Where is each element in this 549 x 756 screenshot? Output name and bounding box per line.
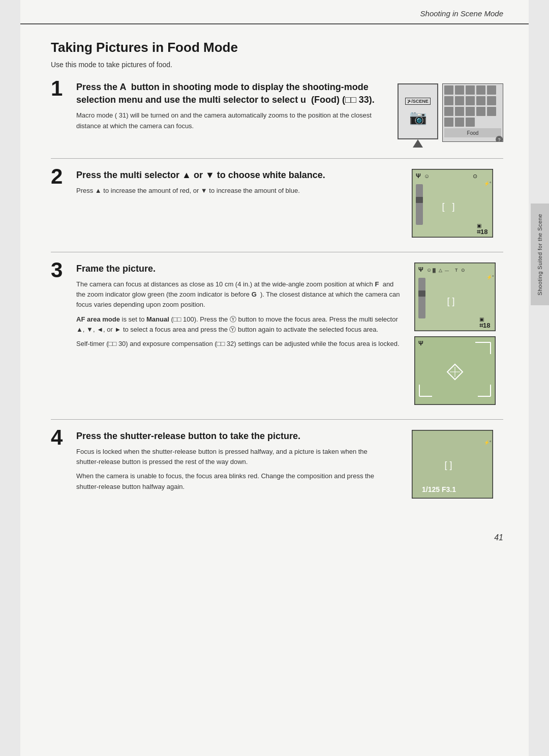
- header-title: Shooting in Scene Mode: [420, 9, 503, 18]
- svg-text:[  ]: [ ]: [447, 296, 454, 306]
- mode-selector-container: ⊁/SCENE 📷: [398, 83, 503, 144]
- svg-rect-10: [487, 96, 496, 105]
- svg-rect-29: [416, 197, 423, 203]
- svg-rect-1: [444, 85, 453, 95]
- step-1-image: ⊁/SCENE 📷: [398, 81, 503, 144]
- scene-label: ⊁/SCENE: [405, 98, 431, 105]
- svg-text:[   ]: [ ]: [442, 201, 454, 212]
- svg-rect-28: [416, 184, 423, 225]
- step-4: 4 Press the shutter-release button to ta…: [51, 430, 503, 499]
- svg-rect-13: [466, 107, 475, 116]
- main-content: Taking Pictures in Food Mode Use this mo…: [20, 24, 529, 528]
- step-1: 1 Press the A button in shooting mode to…: [51, 81, 503, 144]
- svg-text:☺: ☺: [424, 173, 430, 179]
- svg-rect-15: [487, 107, 496, 116]
- step-4-lcd: ⚡° [ ] 1/125 F3.1: [412, 430, 493, 499]
- side-tab-label: Shooting Suited for the Scene: [537, 214, 543, 296]
- camera-icon: 📷: [409, 109, 427, 126]
- mode-grid-svg: Food ?: [442, 83, 503, 142]
- svg-rect-12: [455, 107, 464, 116]
- svg-text:—: —: [445, 268, 449, 273]
- step-1-heading: Press the A button in shooting mode to d…: [76, 81, 387, 106]
- step-2: 2 Press the multi selector ▲ or ▼ to cho…: [51, 169, 503, 238]
- svg-text:⚡°: ⚡°: [484, 181, 492, 187]
- step-4-body: Focus is locked when the shutter-release…: [76, 447, 391, 492]
- svg-rect-17: [455, 118, 464, 127]
- svg-text:⊙: ⊙: [473, 173, 477, 179]
- svg-rect-5: [487, 85, 496, 95]
- svg-rect-8: [466, 96, 475, 105]
- svg-rect-14: [476, 107, 485, 116]
- svg-text:⌗18: ⌗18: [477, 228, 487, 236]
- svg-rect-4: [476, 85, 485, 95]
- step-2-heading: Press the multi selector ▲ or ▼ to choos…: [76, 169, 391, 182]
- step-1-number: 1: [51, 78, 76, 144]
- step-3-body: The camera can focus at distances as clo…: [76, 279, 404, 349]
- svg-rect-6: [444, 96, 453, 105]
- svg-text:☺: ☺: [426, 267, 432, 273]
- svg-text:▓: ▓: [433, 268, 436, 273]
- step-2-divider: [51, 252, 503, 252]
- step-3: 3 Frame the picture. The camera can focu…: [51, 263, 503, 405]
- svg-text:⊙: ⊙: [461, 268, 465, 273]
- step-2-content: Press the multi selector ▲ or ▼ to choos…: [76, 169, 402, 238]
- svg-text:1/125  F3.1: 1/125 F3.1: [422, 485, 456, 493]
- svg-text:⚡°: ⚡°: [486, 274, 494, 280]
- svg-rect-7: [455, 96, 464, 105]
- step-3-content: Frame the picture. The camera can focus …: [76, 263, 414, 405]
- page: Shooting Suited for the Scene Shooting i…: [20, 0, 529, 756]
- svg-text:△: △: [439, 268, 442, 273]
- intro-text: Use this mode to take pictures of food.: [51, 61, 503, 69]
- step-4-content: Press the shutter-release button to take…: [76, 430, 402, 499]
- page-number: 41: [20, 528, 529, 547]
- step-2-image: Ψ ☺ ⊙ ⚡° [ ] ▣ ⌗18: [402, 169, 503, 238]
- svg-text:Food: Food: [467, 130, 479, 136]
- svg-rect-9: [476, 96, 485, 105]
- step-4-number: 4: [51, 427, 76, 499]
- step-1-content: Press the A button in shooting mode to d…: [76, 81, 398, 144]
- svg-rect-43: [418, 290, 425, 297]
- svg-rect-2: [455, 85, 464, 95]
- svg-rect-11: [444, 107, 453, 116]
- arrow-up-icon: [413, 139, 423, 148]
- step-1-body: Macro mode ( 31) will be turned on and t…: [76, 110, 387, 131]
- svg-text:[  ]: [ ]: [444, 460, 452, 470]
- mode-grid-wrapper: Food ?: [442, 83, 503, 144]
- side-tab: Shooting Suited for the Scene: [531, 203, 549, 305]
- scene-selector-box: ⊁/SCENE 📷: [398, 83, 438, 139]
- svg-rect-18: [466, 118, 475, 127]
- step-2-body: Press ▲ to increase the amount of red, o…: [76, 186, 391, 196]
- step-4-heading: Press the shutter-release button to take…: [76, 430, 391, 443]
- step-2-lcd: Ψ ☺ ⊙ ⚡° [ ] ▣ ⌗18: [412, 169, 493, 238]
- svg-rect-16: [444, 118, 453, 127]
- step-2-number: 2: [51, 166, 76, 238]
- step-3-images: Ψ ☺ ▓ △ — T ⊙ ⚡° [ ] ▣ ⌗18: [414, 263, 503, 405]
- step-4-image: ⚡° [ ] 1/125 F3.1: [402, 430, 503, 499]
- step-3-number: 3: [51, 259, 76, 405]
- step-3-lcd-2: Ψ: [414, 336, 496, 405]
- section-title: Taking Pictures in Food Mode: [51, 40, 503, 55]
- svg-text:Ψ: Ψ: [418, 266, 423, 273]
- svg-text:T: T: [455, 268, 458, 273]
- step-3-heading: Frame the picture.: [76, 263, 404, 275]
- svg-rect-3: [466, 85, 475, 95]
- page-header: Shooting in Scene Mode: [20, 0, 529, 24]
- svg-text:?: ?: [498, 137, 500, 142]
- svg-text:Ψ: Ψ: [418, 340, 423, 347]
- svg-text:⌗18: ⌗18: [479, 322, 490, 329]
- svg-text:Ψ: Ψ: [416, 172, 421, 180]
- step-3-divider: [51, 419, 503, 420]
- step-1-divider: [51, 158, 503, 159]
- page-number-value: 41: [494, 533, 503, 542]
- svg-rect-42: [418, 278, 425, 318]
- step-3-lcd-1: Ψ ☺ ▓ △ — T ⊙ ⚡° [ ] ▣ ⌗18: [414, 263, 496, 331]
- svg-text:⚡°: ⚡°: [484, 440, 492, 446]
